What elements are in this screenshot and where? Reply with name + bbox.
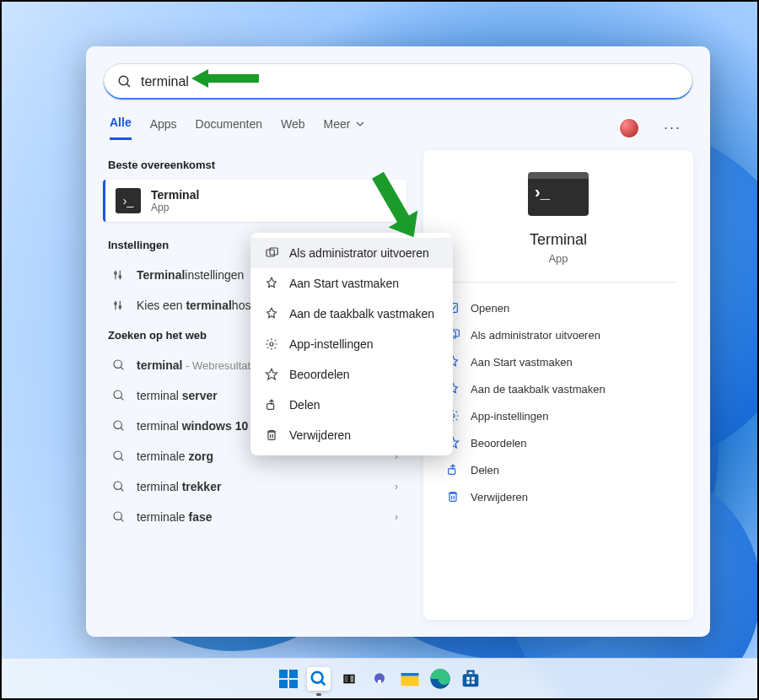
action-label: Delen — [471, 464, 499, 477]
search-icon — [111, 389, 126, 402]
trash-icon — [264, 428, 279, 442]
svg-rect-32 — [270, 248, 277, 255]
file-explorer-button[interactable] — [398, 667, 422, 691]
svg-rect-36 — [268, 432, 275, 439]
action-label: App-instellingen — [471, 410, 549, 423]
svg-point-10 — [114, 360, 121, 368]
context-menu-label: Beoordelen — [289, 368, 350, 381]
action-label: Verwijderen — [471, 491, 528, 503]
sliders-icon — [111, 299, 126, 312]
svg-point-14 — [114, 421, 121, 428]
detail-action[interactable]: Als administrator uitvoeren — [440, 321, 676, 348]
svg-marker-40 — [366, 170, 425, 242]
context-menu-item[interactable]: Aan de taakbalk vastmaken — [250, 299, 453, 329]
svg-line-17 — [121, 458, 123, 460]
context-menu-item[interactable]: Aan Start vastmaken — [250, 268, 453, 299]
start-button[interactable] — [277, 667, 300, 691]
share-icon — [264, 398, 279, 412]
pin-icon — [264, 277, 279, 290]
svg-point-18 — [114, 482, 121, 489]
best-match-title: Terminal — [151, 188, 199, 202]
detail-action[interactable]: Verwijderen — [440, 483, 676, 510]
detail-action[interactable]: Beoordelen — [440, 429, 676, 456]
detail-action[interactable]: Aan de taakbalk vastmaken — [440, 375, 676, 402]
store-button[interactable] — [459, 667, 482, 691]
task-view-button[interactable] — [337, 667, 361, 691]
search-icon — [111, 358, 126, 372]
chat-icon — [373, 672, 386, 686]
svg-line-15 — [121, 428, 123, 430]
sliders-icon — [111, 268, 126, 282]
store-icon — [459, 667, 482, 691]
best-match-item[interactable]: ›_ Terminal App — [103, 180, 406, 222]
context-menu-item[interactable]: Delen — [250, 390, 453, 420]
svg-marker-39 — [191, 69, 259, 88]
tab-web[interactable]: Web — [281, 117, 305, 139]
svg-marker-34 — [266, 369, 277, 380]
svg-rect-52 — [471, 681, 475, 684]
tab-documents[interactable]: Documenten — [196, 117, 262, 139]
svg-point-33 — [270, 342, 273, 346]
annotation-arrow — [366, 170, 425, 245]
filter-tabs: Alle Apps Documenten Web Meer ··· — [86, 100, 710, 140]
search-icon — [310, 670, 328, 688]
action-label: Als administrator uitvoeren — [471, 329, 600, 342]
action-label: Openen — [471, 302, 509, 315]
task-view-icon — [342, 672, 356, 686]
pin-icon — [264, 307, 279, 320]
context-menu-item[interactable]: Verwijderen — [250, 420, 453, 450]
detail-action[interactable]: Openen — [440, 294, 676, 321]
context-menu-item[interactable]: App-instellingen — [250, 329, 453, 359]
svg-point-20 — [114, 512, 121, 520]
tab-apps[interactable]: Apps — [150, 117, 177, 139]
svg-rect-28 — [449, 493, 456, 501]
context-menu-label: Aan Start vastmaken — [289, 277, 399, 290]
svg-point-16 — [114, 451, 121, 459]
svg-rect-35 — [267, 404, 274, 410]
user-avatar[interactable] — [618, 117, 640, 139]
svg-rect-51 — [466, 681, 470, 684]
action-label: Beoordelen — [471, 437, 527, 450]
detail-action[interactable]: App-instellingen — [440, 402, 676, 429]
svg-rect-48 — [463, 674, 479, 687]
admin-icon — [264, 246, 279, 260]
detail-subtitle: App — [548, 252, 568, 265]
svg-line-1 — [126, 83, 130, 87]
action-label: Aan Start vastmaken — [471, 356, 573, 369]
tab-more[interactable]: Meer — [324, 117, 368, 139]
svg-rect-46 — [378, 680, 381, 683]
best-match-subtitle: App — [151, 202, 199, 213]
detail-app-icon — [528, 172, 589, 216]
search-icon — [111, 480, 126, 493]
taskbar-search-button[interactable] — [307, 667, 331, 691]
edge-button[interactable] — [428, 667, 452, 691]
context-menu-item[interactable]: Beoordelen — [250, 359, 453, 390]
chat-button[interactable] — [368, 667, 391, 691]
search-icon — [111, 510, 126, 524]
context-menu-label: Verwijderen — [289, 428, 351, 442]
overflow-menu-button[interactable]: ··· — [659, 119, 686, 137]
taskbar — [2, 658, 757, 698]
annotation-arrow — [191, 66, 259, 94]
web-result[interactable]: terminal trekker› — [103, 471, 406, 502]
search-icon — [117, 74, 132, 89]
detail-action[interactable]: Delen — [440, 456, 676, 483]
svg-point-12 — [114, 390, 121, 398]
web-result[interactable]: terminale fase› — [103, 502, 406, 532]
chevron-right-icon: › — [395, 511, 398, 523]
svg-point-0 — [119, 76, 128, 85]
svg-rect-44 — [350, 675, 354, 682]
svg-line-42 — [321, 681, 326, 685]
trash-icon — [445, 490, 460, 503]
windows-logo-icon — [279, 670, 298, 688]
chevron-right-icon: › — [395, 481, 398, 493]
svg-line-19 — [121, 488, 123, 491]
svg-rect-27 — [449, 469, 455, 475]
detail-action[interactable]: Aan Start vastmaken — [440, 348, 676, 375]
detail-pane: Terminal App OpenenAls administrator uit… — [423, 150, 693, 620]
tab-all[interactable]: Alle — [110, 116, 132, 140]
action-label: Aan de taakbalk vastmaken — [471, 383, 606, 396]
chevron-down-icon — [353, 117, 367, 131]
context-menu-label: App-instellingen — [289, 337, 374, 351]
svg-rect-43 — [344, 675, 348, 682]
